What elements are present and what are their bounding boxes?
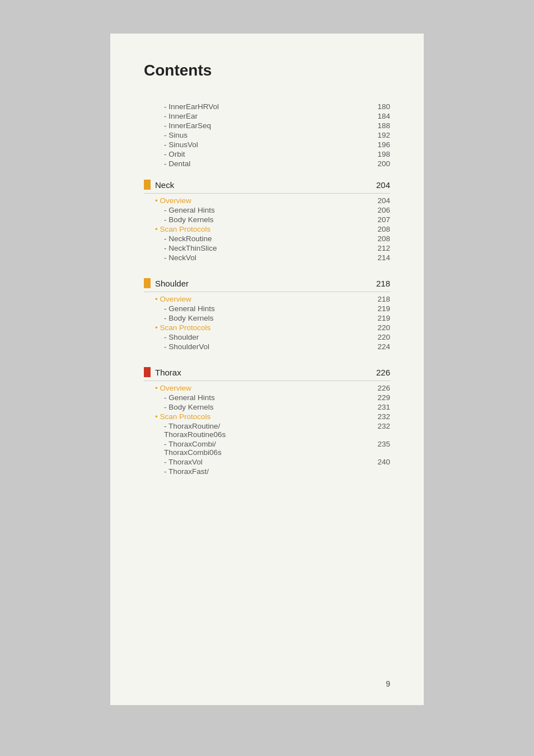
toc-entry-label: Body Kernels <box>144 215 214 224</box>
toc-entry: ThoraxVol240 <box>144 457 390 467</box>
toc-entry-label: Overview <box>144 384 191 392</box>
toc-entry-page: 226 <box>368 384 390 392</box>
toc-entry-label: InnerEarSeq <box>144 121 211 130</box>
toc-entry-page: 224 <box>368 342 390 351</box>
toc-entry: Overview204 <box>144 196 390 205</box>
toc-entry: SinusVol196 <box>144 140 390 149</box>
toc-entry-page: 219 <box>368 304 390 313</box>
toc-entry: Scan Protocols220 <box>144 323 390 332</box>
toc-entries: Overview218General Hints219Body Kernels2… <box>144 294 390 351</box>
section-shoulder: Shoulder218Overview218General Hints219Bo… <box>144 278 390 351</box>
toc-entry-label: Dental <box>144 159 190 168</box>
toc-entry: ThoraxFast/ <box>144 467 390 476</box>
toc-entry: Overview226 <box>144 383 390 393</box>
section-header-left: Neck <box>144 180 174 190</box>
toc-entry-label: Sinus <box>144 131 188 139</box>
sections-container: Neck204Overview204General Hints206Body K… <box>144 180 390 476</box>
toc-entry-page: 188 <box>368 121 390 130</box>
toc-entry-label: Body Kernels <box>144 403 214 411</box>
toc-entry-page: 208 <box>368 225 390 233</box>
toc-entry-label: Overview <box>144 196 191 205</box>
toc-entry-label: ShoulderVol <box>144 342 209 351</box>
toc-entry: ThoraxCombi/ThoraxCombi06s235 <box>144 439 390 457</box>
toc-entry-label: InnerEarHRVol <box>144 102 219 111</box>
toc-entry: Shoulder220 <box>144 332 390 342</box>
toc-entry-label: NeckVol <box>144 253 196 262</box>
toc-entry: NeckThinSlice212 <box>144 243 390 253</box>
toc-entry-page: 220 <box>368 323 390 332</box>
toc-entry: General Hints219 <box>144 304 390 313</box>
toc-entry-page: 207 <box>368 215 390 224</box>
toc-entries: Overview204General Hints206Body Kernels2… <box>144 196 390 262</box>
toc-entry-page: 240 <box>368 458 390 466</box>
toc-entry-label: Scan Protocols <box>144 323 210 332</box>
toc-entry: NeckRoutine208 <box>144 234 390 243</box>
toc-entry-label: Scan Protocols <box>144 225 210 233</box>
toc-entry-page: 212 <box>368 244 390 252</box>
toc-entry-label: ThoraxVol <box>144 458 203 466</box>
toc-entry: InnerEarHRVol180 <box>144 102 390 111</box>
toc-entry-page: 218 <box>368 295 390 303</box>
section-color-bar <box>144 278 151 288</box>
toc-entry-label: ThoraxRoutine/ThoraxRoutine06s <box>144 422 226 439</box>
section-title: Shoulder <box>155 279 189 288</box>
toc-entry-page: 232 <box>368 422 390 430</box>
toc-entry-page: 180 <box>368 102 390 111</box>
toc-entry-page: 184 <box>368 112 390 120</box>
toc-entry: Orbit198 <box>144 149 390 159</box>
section-color-bar <box>144 367 151 377</box>
section-header-left: Thorax <box>144 367 181 377</box>
section-header-left: Shoulder <box>144 278 189 288</box>
toc-entry-label: NeckThinSlice <box>144 244 217 252</box>
pre-section-entries: InnerEarHRVol180InnerEar184InnerEarSeq18… <box>144 102 390 168</box>
toc-entry-label: SinusVol <box>144 140 198 149</box>
section-header-shoulder: Shoulder218 <box>144 278 390 292</box>
section-thorax: Thorax226Overview226General Hints229Body… <box>144 367 390 476</box>
toc-entry-label: Overview <box>144 295 191 303</box>
toc-entry: Body Kernels219 <box>144 313 390 323</box>
toc-entry-label: InnerEar <box>144 112 198 120</box>
toc-entry-label: General Hints <box>144 304 215 313</box>
toc-entry: General Hints206 <box>144 205 390 215</box>
section-header-neck: Neck204 <box>144 180 390 194</box>
section-page: 226 <box>376 368 390 377</box>
section-neck: Neck204Overview204General Hints206Body K… <box>144 180 390 262</box>
toc-entry: ShoulderVol224 <box>144 342 390 351</box>
section-header-thorax: Thorax226 <box>144 367 390 381</box>
toc-entry-page: 198 <box>368 150 390 158</box>
toc-entry-page: 200 <box>368 159 390 168</box>
toc-entry-page: 220 <box>368 333 390 341</box>
section-title: Thorax <box>155 368 181 377</box>
toc-entry-label: Shoulder <box>144 333 199 341</box>
toc-entry-page: 235 <box>368 440 390 448</box>
toc-entry: Body Kernels207 <box>144 215 390 224</box>
toc-entry: General Hints229 <box>144 393 390 402</box>
toc-entry: Dental200 <box>144 159 390 168</box>
toc-entries: Overview226General Hints229Body Kernels2… <box>144 383 390 476</box>
toc-entry-label: General Hints <box>144 206 215 214</box>
toc-entry-page: 232 <box>368 412 390 421</box>
page: Contents InnerEarHRVol180InnerEar184Inne… <box>110 34 424 705</box>
toc-entry-page: 229 <box>368 393 390 402</box>
page-title: Contents <box>144 62 390 79</box>
toc-entry-page: 208 <box>368 234 390 243</box>
toc-entry-label: Scan Protocols <box>144 412 210 421</box>
toc-entry: InnerEarSeq188 <box>144 121 390 130</box>
toc-entry: NeckVol214 <box>144 253 390 262</box>
toc-entry: Overview218 <box>144 294 390 304</box>
section-title: Neck <box>155 180 174 190</box>
toc-entry: InnerEar184 <box>144 111 390 121</box>
section-page: 204 <box>376 180 390 190</box>
toc-entry-label: Orbit <box>144 150 185 158</box>
toc-entry-page: 196 <box>368 140 390 149</box>
toc-entry-label: Body Kernels <box>144 314 214 322</box>
section-page: 218 <box>376 279 390 288</box>
toc-entry-page: 204 <box>368 196 390 205</box>
toc-entry: Body Kernels231 <box>144 402 390 412</box>
toc-entry: ThoraxRoutine/ThoraxRoutine06s232 <box>144 421 390 439</box>
toc-entry-label: General Hints <box>144 393 215 402</box>
toc-entry: Scan Protocols208 <box>144 224 390 234</box>
toc-entry-label: ThoraxCombi/ThoraxCombi06s <box>144 440 222 457</box>
toc-entry: Sinus192 <box>144 130 390 140</box>
toc-entry-page: 192 <box>368 131 390 139</box>
